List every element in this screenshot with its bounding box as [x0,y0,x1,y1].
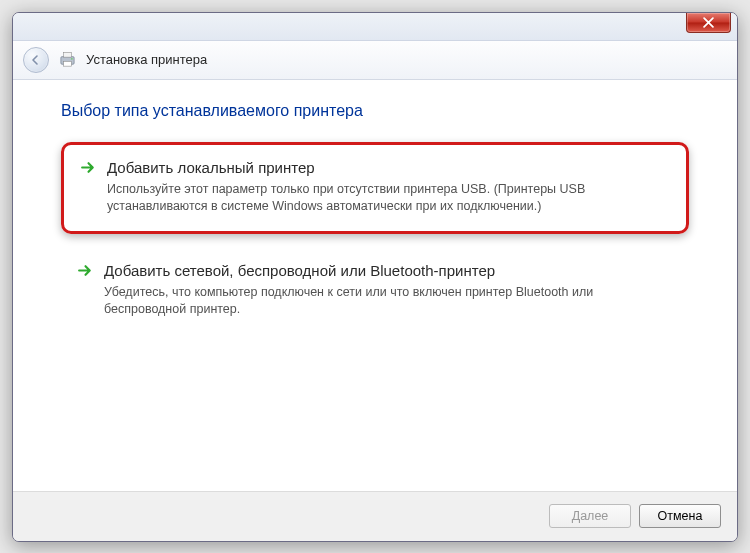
option-title: Добавить локальный принтер [107,159,315,176]
svg-rect-1 [64,52,72,57]
option-add-network-printer[interactable]: Добавить сетевой, беспроводной или Bluet… [61,248,689,335]
wizard-header: Установка принтера [13,41,737,80]
arrow-right-icon [77,262,94,279]
option-title: Добавить сетевой, беспроводной или Bluet… [104,262,495,279]
titlebar [13,13,737,41]
close-icon [703,17,714,28]
option-header: Добавить локальный принтер [80,159,670,176]
add-printer-wizard-window: Установка принтера Выбор типа устанавлив… [12,12,738,542]
option-description: Используйте этот параметр только при отс… [107,181,670,216]
back-arrow-icon [30,54,42,66]
svg-point-3 [71,58,73,60]
wizard-footer: Далее Отмена [13,491,737,541]
cancel-button[interactable]: Отмена [639,504,721,528]
back-button[interactable] [23,47,49,73]
next-button: Далее [549,504,631,528]
svg-rect-2 [64,61,72,66]
option-header: Добавить сетевой, беспроводной или Bluet… [77,262,673,279]
wizard-title: Установка принтера [86,52,207,67]
option-description: Убедитесь, что компьютер подключен к сет… [104,284,673,319]
close-button[interactable] [686,13,731,33]
page-heading: Выбор типа устанавливаемого принтера [61,102,689,120]
option-add-local-printer[interactable]: Добавить локальный принтер Используйте э… [61,142,689,235]
wizard-content: Выбор типа устанавливаемого принтера Доб… [13,80,737,491]
printer-icon [58,50,77,69]
arrow-right-icon [80,159,97,176]
